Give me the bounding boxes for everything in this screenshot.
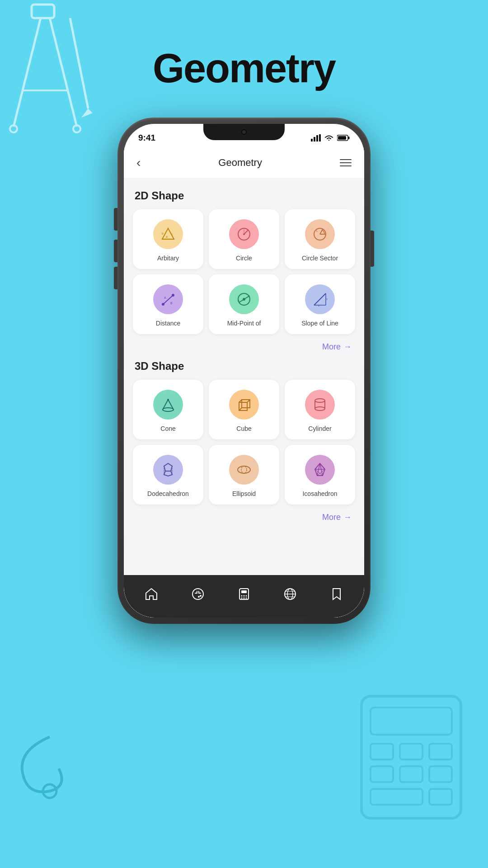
- icon-dodecahedron: [153, 455, 183, 485]
- svg-point-70: [238, 466, 250, 473]
- svg-rect-16: [371, 789, 422, 805]
- more-3d-link[interactable]: More →: [133, 508, 355, 530]
- more-3d-label: More: [322, 513, 341, 522]
- label-slope: Slope of Line: [301, 320, 338, 327]
- svg-point-45: [243, 298, 245, 301]
- icon-ellipsoid: [229, 455, 259, 485]
- card-circle-sector[interactable]: L Circle Sector: [285, 209, 355, 269]
- menu-button[interactable]: [340, 159, 352, 166]
- more-2d-label: More: [322, 342, 341, 352]
- svg-point-39: [162, 303, 164, 306]
- icon-cube: [229, 390, 259, 420]
- icon-icosahedron: [305, 455, 335, 485]
- menu-line-3: [340, 165, 352, 166]
- card-cone[interactable]: Cone: [133, 380, 203, 439]
- svg-rect-19: [311, 139, 313, 142]
- svg-rect-14: [400, 766, 422, 782]
- card-dodecahedron[interactable]: Dodecahedron: [133, 445, 203, 505]
- svg-rect-25: [338, 136, 346, 140]
- svg-rect-22: [319, 134, 321, 142]
- nav-calculator[interactable]: [230, 583, 258, 605]
- svg-rect-10: [371, 744, 393, 760]
- svg-text:a: a: [166, 235, 168, 238]
- label-arbitary: Arbitary: [157, 255, 179, 262]
- svg-line-48: [314, 293, 326, 305]
- calculator-icon: [237, 587, 251, 601]
- card-circle[interactable]: Circle: [209, 209, 279, 269]
- svg-text:A: A: [164, 296, 166, 299]
- status-time: 9:41: [138, 133, 155, 143]
- svg-marker-66: [164, 463, 172, 471]
- label-dodecahedron: Dodecahedron: [147, 490, 189, 497]
- label-cone: Cone: [160, 425, 175, 432]
- svg-point-87: [243, 598, 244, 599]
- label-icosahedron: Icosahedron: [302, 490, 337, 497]
- label-distance: Distance: [156, 320, 180, 327]
- svg-rect-21: [316, 135, 318, 142]
- svg-point-78: [192, 589, 203, 599]
- svg-point-86: [241, 598, 242, 599]
- icon-arbitary: a b c: [153, 219, 183, 249]
- shape-2d-grid: a b c Arbitary: [133, 209, 355, 334]
- nav-bookmark[interactable]: [322, 583, 351, 605]
- header-title: Geometry: [218, 157, 262, 169]
- home-icon: [144, 587, 159, 601]
- nav-games[interactable]: [183, 583, 212, 605]
- nav-home[interactable]: [137, 583, 166, 605]
- icon-circle-sector: L: [305, 219, 335, 249]
- back-button[interactable]: ‹: [136, 156, 141, 170]
- label-midpoint: Mid-Point of: [227, 320, 261, 327]
- card-icosahedron[interactable]: Icosahedron: [285, 445, 355, 505]
- card-arbitary[interactable]: a b c Arbitary: [133, 209, 203, 269]
- svg-rect-24: [348, 137, 350, 139]
- label-ellipsoid: Ellipsoid: [232, 490, 256, 497]
- signal-icon: [311, 134, 321, 142]
- more-3d-arrow: →: [343, 513, 352, 522]
- svg-rect-13: [371, 766, 393, 782]
- svg-rect-20: [314, 137, 315, 142]
- svg-rect-0: [32, 5, 54, 18]
- svg-rect-12: [429, 744, 452, 760]
- icon-cylinder: [305, 390, 335, 420]
- card-midpoint[interactable]: A B Mid-Point of: [209, 274, 279, 334]
- globe-icon: [283, 587, 297, 601]
- phone-mockup: 9:41: [117, 118, 371, 624]
- svg-point-79: [200, 595, 202, 597]
- app-header: ‹ Geometry: [124, 147, 364, 179]
- svg-point-62: [315, 399, 325, 402]
- svg-marker-67: [164, 471, 172, 476]
- svg-point-84: [243, 595, 244, 597]
- section-2d-title: 2D Shape: [135, 189, 355, 202]
- card-cube[interactable]: Cube: [209, 380, 279, 439]
- more-2d-link[interactable]: More →: [133, 338, 355, 360]
- icon-midpoint: A B: [229, 284, 259, 314]
- svg-text:x: x: [318, 304, 319, 307]
- card-distance[interactable]: A B Distance: [133, 274, 203, 334]
- page-bg-title: Geometry: [0, 45, 488, 92]
- scroll-area[interactable]: 2D Shape a b c: [124, 179, 364, 575]
- label-cube: Cube: [236, 425, 251, 432]
- svg-rect-8: [361, 696, 461, 818]
- svg-rect-15: [429, 766, 452, 782]
- card-ellipsoid[interactable]: Ellipsoid: [209, 445, 279, 505]
- svg-marker-7: [81, 108, 93, 118]
- card-slope[interactable]: x y Slope of Line: [285, 274, 355, 334]
- games-icon: [191, 587, 205, 601]
- svg-point-88: [245, 598, 247, 599]
- menu-line-1: [340, 159, 352, 160]
- svg-text:c: c: [171, 233, 173, 236]
- phone-notch: [203, 124, 285, 140]
- icon-cone: [153, 390, 183, 420]
- bookmark-icon: [329, 587, 344, 601]
- svg-line-36: [320, 229, 323, 234]
- svg-point-71: [241, 466, 247, 473]
- section-3d-title: 3D Shape: [135, 360, 355, 373]
- icon-distance: A B: [153, 284, 183, 314]
- svg-text:A: A: [238, 299, 239, 302]
- card-cylinder[interactable]: Cylinder: [285, 380, 355, 439]
- nav-globe[interactable]: [276, 583, 305, 605]
- status-icons: [311, 134, 350, 142]
- svg-rect-9: [371, 708, 452, 735]
- wifi-icon: [324, 134, 333, 142]
- icon-circle: [229, 219, 259, 249]
